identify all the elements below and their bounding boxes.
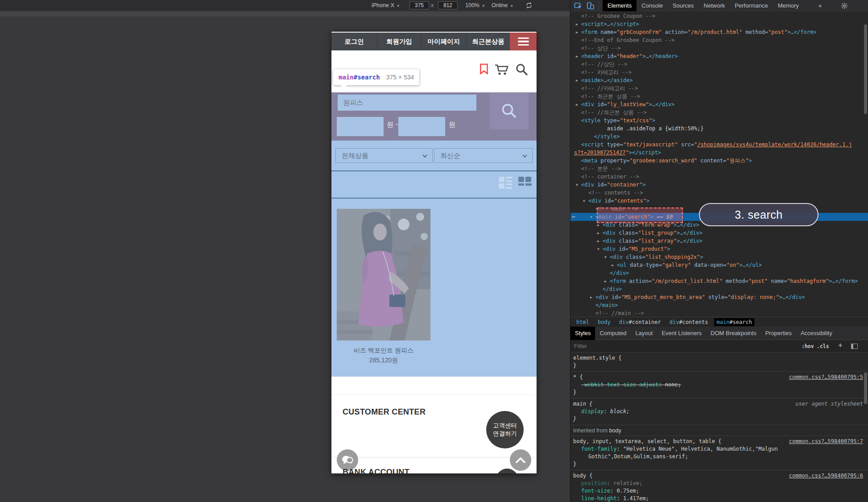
stylesheet-link[interactable]: common.css?…598400795:6 [789, 472, 863, 480]
tree-line[interactable]: <style type="text/css"> [570, 116, 868, 124]
sidebar-toggle-icon[interactable] [851, 344, 858, 349]
device-select[interactable]: iPhone X▼ [372, 0, 400, 11]
styles-scrollbar[interactable] [864, 373, 867, 404]
sidebar-tab-dom-breakpoints[interactable]: DOM Breakpoints [706, 327, 761, 340]
css-rule[interactable]: * {common.css?…598400795:5-webkit-text-s… [570, 372, 868, 398]
tree-line[interactable]: ▶<header id="header">…</header> [570, 52, 868, 60]
css-property[interactable]: display: block; [573, 408, 866, 415]
throttling-select[interactable]: Online▼ [492, 0, 513, 11]
toggle-hover-state[interactable]: :hov [802, 343, 814, 349]
gear-icon[interactable] [841, 2, 848, 9]
css-property[interactable]: font-family: "Helvetica Neue", Helvetica… [573, 445, 866, 453]
tree-line[interactable]: <script type="text/javascript" src="/sho… [570, 141, 868, 149]
new-style-rule-button[interactable]: + [838, 341, 843, 350]
css-property[interactable]: -webkit-text-size-adjust: none; [573, 381, 866, 389]
tree-line[interactable]: ▼<div id="MS_product"> [570, 245, 868, 253]
sidebar-tab-properties[interactable]: Properties [761, 327, 796, 340]
sort-select[interactable]: 최신순 [434, 148, 533, 163]
inherited-from-link[interactable]: body [609, 427, 621, 434]
tab-memory[interactable]: Memory [773, 0, 804, 11]
inspect-icon[interactable] [574, 2, 582, 10]
more-actions-icon[interactable]: ⋯ [572, 213, 575, 221]
tab-console[interactable]: Console [637, 0, 668, 11]
tab-performance[interactable]: Performance [730, 0, 773, 11]
product-title[interactable]: 비즈 백포인트 원피스 [337, 347, 430, 355]
expand-arrow-icon[interactable]: ▶ [597, 229, 603, 237]
search-icon[interactable] [515, 63, 528, 75]
tree-line[interactable]: <!-- container --> [570, 173, 868, 181]
tree-line[interactable]: ▶<form name="grbCouponFrm" action="/m/pr… [570, 28, 868, 36]
tree-line[interactable]: <!--End of Groobee Coupon --> [570, 36, 868, 44]
stylesheet-link[interactable]: common.css?…598400795:5 [789, 373, 863, 381]
collapse-arrow-icon[interactable]: ▼ [604, 253, 610, 261]
cart-icon[interactable] [495, 64, 509, 75]
tree-line[interactable]: <!-- //카테고리 --> [570, 84, 868, 92]
nav-item-4[interactable]: 최근본상품 [466, 33, 510, 50]
tree-line[interactable]: <!-- Groobee Coupon --> [570, 12, 868, 20]
nav-item-2[interactable]: 회원가입 [377, 33, 421, 50]
collapse-arrow-icon[interactable]: ▼ [576, 181, 581, 189]
expand-arrow-icon[interactable]: ▶ [604, 278, 610, 286]
viewport-height-input[interactable] [438, 1, 458, 9]
tree-line[interactable]: ▶<div class="list_group">…</div> [570, 229, 868, 237]
css-property[interactable]: line-height: 1.417em; [573, 495, 866, 502]
tree-scrollbar[interactable] [864, 25, 867, 114]
sidebar-tab-styles[interactable]: Styles [570, 327, 595, 340]
hamburger-menu-icon[interactable] [510, 33, 537, 50]
tab-network[interactable]: Network [699, 0, 730, 11]
collapse-arrow-icon[interactable]: ▼ [597, 245, 603, 253]
breadcrumb-item-div-contents[interactable]: div#contents [667, 318, 711, 326]
css-rule[interactable]: element.style {} [570, 353, 868, 372]
tree-line[interactable]: <!-- //상단 --> [570, 60, 868, 68]
search-submit-button[interactable] [489, 93, 529, 129]
zoom-select[interactable]: 100%▼ [465, 0, 485, 11]
css-property[interactable]: position: relative; [573, 480, 866, 487]
rotate-icon[interactable] [525, 0, 533, 11]
bookmark-icon[interactable] [479, 63, 488, 75]
toggle-class-editor[interactable]: .cls [817, 343, 829, 349]
stylesheet-link[interactable]: common.css?…598400795:7 [789, 438, 863, 445]
collapse-arrow-icon[interactable]: ▼ [583, 197, 588, 205]
tab-sources[interactable]: Sources [668, 0, 699, 11]
expand-arrow-icon[interactable]: ▶ [576, 101, 581, 109]
keyword-input[interactable] [338, 95, 476, 111]
tree-line[interactable]: ▶<div class="list_array">…</div> [570, 237, 868, 245]
min-price-input[interactable] [337, 117, 384, 136]
kebab-menu-icon[interactable]: ⋮ [864, 0, 868, 11]
sidebar-tab-layout[interactable]: Layout [631, 327, 657, 340]
tree-line[interactable]: </style> [570, 133, 868, 141]
category-select[interactable]: 전체상품 [335, 148, 433, 163]
css-rule[interactable]: body {common.css?…598400795:6position: r… [570, 470, 868, 502]
nav-item-3[interactable]: 마이페이지 [421, 33, 466, 50]
tree-line[interactable]: ▶<div id="MS_product_more_btn_area" styl… [570, 293, 868, 301]
tree-line[interactable]: ▶<ul data-type="gallery" data-open="on">… [570, 261, 868, 269]
tree-line[interactable]: ▶<form action="/m/product_list.html" met… [570, 277, 868, 285]
max-price-input[interactable] [398, 117, 445, 136]
tree-line[interactable]: ▼<div id="container"> [570, 181, 868, 189]
expand-arrow-icon[interactable]: ▶ [597, 237, 603, 245]
device-toolbar-icon[interactable] [587, 2, 595, 10]
grid-view-icon[interactable] [518, 177, 532, 189]
tree-line[interactable]: <!-- 본문 --> [570, 165, 868, 173]
product-image[interactable] [337, 209, 430, 340]
expand-arrow-icon[interactable]: ▶ [612, 261, 617, 270]
tree-line[interactable]: </div> [570, 269, 868, 277]
breadcrumb-item-main-search[interactable]: main#search [714, 318, 754, 326]
tree-line[interactable]: s?t=201907251427"></script> [570, 149, 868, 157]
sidebar-tab-event-listeners[interactable]: Event Listeners [657, 327, 706, 340]
sidebar-tab-computed[interactable]: Computed [595, 327, 631, 340]
viewport-width-input[interactable] [409, 1, 429, 9]
css-rule[interactable]: body, input, textarea, select, button, t… [570, 436, 868, 470]
tree-line[interactable]: <!-- 최근본 상품 --> [570, 92, 868, 100]
expand-arrow-icon[interactable]: ▶ [576, 29, 581, 37]
tree-line[interactable]: <!-- //최근본 상품 --> [570, 108, 868, 116]
scroll-top-button[interactable] [510, 449, 531, 471]
tree-line[interactable]: ▶<div id="ly_lastView">…</div> [570, 100, 868, 108]
tree-line[interactable]: <!-- //main --> [570, 309, 868, 317]
css-property[interactable]: font-size: 0.75em; [573, 487, 866, 495]
tab-elements[interactable]: Elements [603, 0, 637, 11]
tree-line[interactable]: ▶<aside>…</aside> [570, 76, 868, 84]
breadcrumb-item-body[interactable]: body [595, 318, 613, 326]
filter-input[interactable]: Filter [574, 343, 587, 349]
tree-line[interactable]: <!-- 상단 --> [570, 44, 868, 52]
